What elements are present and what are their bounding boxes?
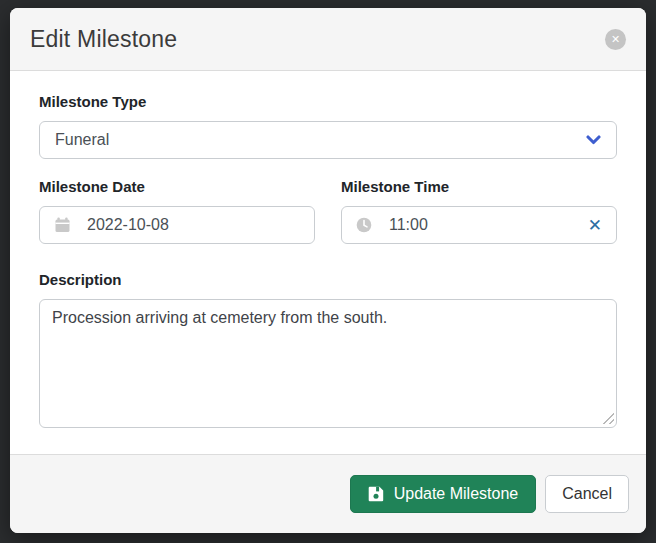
save-icon xyxy=(368,486,384,502)
milestone-date-input[interactable]: 2022-10-08 xyxy=(39,206,315,244)
close-button[interactable]: ✕ xyxy=(605,29,626,50)
milestone-type-select[interactable]: Funeral xyxy=(39,121,617,159)
close-icon: ✕ xyxy=(611,34,620,45)
milestone-type-group: Milestone Type Funeral xyxy=(39,93,617,159)
edit-milestone-modal: Edit Milestone ✕ Milestone Type Funeral … xyxy=(10,8,646,533)
calendar-icon xyxy=(54,217,70,233)
milestone-type-label: Milestone Type xyxy=(39,93,617,110)
modal-footer: Update Milestone Cancel xyxy=(10,454,646,533)
modal-header: Edit Milestone ✕ xyxy=(10,8,646,71)
milestone-time-group: Milestone Time 11:00 ✕ xyxy=(341,178,617,244)
description-group: Description Procession arriving at cemet… xyxy=(39,271,617,428)
milestone-time-value: 11:00 xyxy=(389,216,428,234)
description-label: Description xyxy=(39,271,617,288)
milestone-time-label: Milestone Time xyxy=(341,178,617,195)
chevron-down-icon xyxy=(585,132,601,148)
cancel-button[interactable]: Cancel xyxy=(545,475,629,513)
description-textarea-wrap: Procession arriving at cemetery from the… xyxy=(39,299,617,428)
clock-icon xyxy=(356,217,372,233)
clear-x-icon: ✕ xyxy=(588,215,602,235)
milestone-date-label: Milestone Date xyxy=(39,178,315,195)
modal-body: Milestone Type Funeral Milestone Date xyxy=(10,71,646,454)
update-milestone-label: Update Milestone xyxy=(394,485,519,503)
milestone-type-value: Funeral xyxy=(55,131,109,149)
milestone-time-input[interactable]: 11:00 ✕ xyxy=(341,206,617,244)
description-textarea[interactable]: Procession arriving at cemetery from the… xyxy=(39,299,617,428)
milestone-date-group: Milestone Date 2022-10-08 xyxy=(39,178,315,244)
cancel-label: Cancel xyxy=(562,485,612,503)
modal-title: Edit Milestone xyxy=(30,26,177,53)
date-time-row: Milestone Date 2022-10-08 Milestone Time xyxy=(39,178,617,244)
clear-time-button[interactable]: ✕ xyxy=(588,217,602,234)
milestone-date-value: 2022-10-08 xyxy=(87,216,169,234)
update-milestone-button[interactable]: Update Milestone xyxy=(350,475,537,513)
